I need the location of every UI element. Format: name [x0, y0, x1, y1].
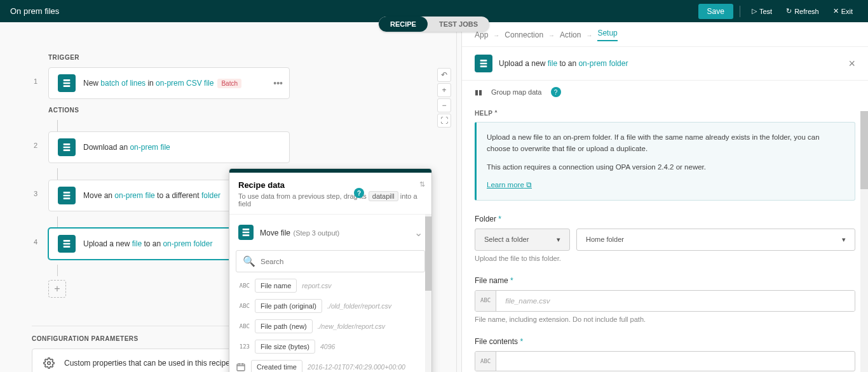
- help-icon[interactable]: ?: [354, 188, 364, 198]
- external-link-icon: ⧉: [526, 181, 532, 189]
- svg-rect-5: [64, 149, 71, 151]
- undo-button[interactable]: ↶: [437, 68, 451, 82]
- crumb-action[interactable]: Action: [560, 30, 581, 39]
- arrow-icon: →: [548, 32, 555, 39]
- onprem-icon: [475, 55, 492, 72]
- scrollbar-thumb[interactable]: [860, 111, 868, 189]
- type-badge: ABC: [475, 291, 496, 311]
- chevron-down-icon: ⌄: [414, 227, 423, 239]
- refresh-button[interactable]: ↻Refresh: [781, 4, 824, 18]
- datapill-file-name[interactable]: ABCFile namereport.csv: [236, 279, 425, 293]
- chevron-down-icon: ▾: [557, 236, 560, 244]
- svg-rect-8: [64, 197, 71, 199]
- arrow-icon: →: [493, 32, 499, 39]
- add-step-button[interactable]: +: [48, 280, 66, 298]
- test-button[interactable]: ▷Test: [747, 4, 777, 18]
- folder-hint: Upload the file to this folder.: [475, 255, 855, 262]
- svg-rect-4: [64, 147, 71, 149]
- learn-more-link[interactable]: Learn more ⧉: [487, 181, 532, 189]
- folder-select-value[interactable]: Home folder▾: [576, 229, 855, 251]
- svg-point-12: [48, 362, 51, 365]
- svg-rect-19: [480, 63, 487, 65]
- expand-icon[interactable]: ⇅: [419, 180, 425, 189]
- svg-rect-10: [64, 243, 71, 245]
- trigger-section-label: TRIGGER: [48, 54, 456, 61]
- svg-rect-2: [64, 85, 71, 87]
- datapill-step-header[interactable]: Move file (Step 3 output) ⌄: [236, 221, 425, 244]
- svg-rect-15: [243, 234, 250, 236]
- recipe-data-title: Recipe data ?: [238, 180, 423, 190]
- close-icon[interactable]: ×: [848, 57, 855, 70]
- chevron-down-icon: ▾: [842, 236, 846, 244]
- svg-rect-13: [243, 229, 250, 230]
- datapill-file-size-bytes-[interactable]: 123File size (bytes)4096: [236, 340, 425, 354]
- svg-rect-20: [480, 65, 487, 67]
- svg-rect-16: [237, 364, 245, 371]
- fit-button[interactable]: ⛶: [437, 114, 451, 128]
- svg-rect-18: [480, 60, 487, 62]
- gear-icon: [41, 355, 57, 371]
- onprem-icon: [58, 138, 76, 156]
- mode-toggle: RECIPE TEST JOBS: [379, 17, 489, 32]
- actions-section-label: ACTIONS: [48, 107, 456, 114]
- svg-rect-0: [64, 79, 71, 81]
- step-1[interactable]: 1 New batch of lines in on-prem CSV file…: [32, 67, 456, 99]
- setup-panel: App → Connection → Action → Setup Upload…: [461, 22, 868, 372]
- folder-label: Folder *: [475, 215, 855, 223]
- group-map-label[interactable]: Group map data: [491, 88, 542, 96]
- svg-rect-14: [243, 232, 250, 234]
- step-2[interactable]: 2 Download an on-prem file: [32, 131, 456, 163]
- onprem-icon: [58, 235, 76, 253]
- recipe-canvas: ↶ + − ⛶ TRIGGER 1 New batch of lines in …: [0, 22, 456, 372]
- zoom-out-button[interactable]: −: [437, 98, 451, 112]
- arrow-icon: →: [586, 32, 592, 39]
- svg-rect-11: [64, 246, 71, 248]
- exit-button[interactable]: ✕Exit: [828, 4, 858, 18]
- step-menu-icon[interactable]: •••: [273, 78, 283, 88]
- svg-rect-9: [64, 240, 71, 242]
- tab-recipe[interactable]: RECIPE: [379, 17, 428, 32]
- search-icon: 🔍: [243, 255, 255, 267]
- onprem-icon: [58, 74, 76, 92]
- svg-rect-1: [64, 83, 71, 84]
- onprem-icon: [238, 225, 254, 240]
- datapill-file-path-original-[interactable]: ABCFile path (original)./old_folder/repo…: [236, 299, 425, 313]
- crumb-setup[interactable]: Setup: [597, 29, 617, 41]
- filename-input[interactable]: [496, 291, 855, 311]
- panel-resize-handle[interactable]: [456, 22, 461, 372]
- group-map-icon: ▮▮: [475, 88, 482, 96]
- datapill-created-time[interactable]: Created time2016-12-01T07:40:29.000+00:0…: [236, 360, 425, 372]
- onprem-icon: [58, 187, 76, 204]
- svg-rect-7: [64, 195, 71, 197]
- help-icon[interactable]: ?: [551, 87, 561, 97]
- batch-badge: Batch: [217, 79, 241, 88]
- help-section-toggle[interactable]: HELP ˄: [475, 103, 855, 122]
- recipe-title: On prem files: [10, 6, 59, 16]
- zoom-in-button[interactable]: +: [437, 83, 451, 97]
- svg-rect-6: [64, 192, 71, 194]
- type-badge: ABC: [475, 352, 496, 371]
- crumb-app[interactable]: App: [475, 30, 488, 39]
- datapill-search[interactable]: 🔍: [236, 250, 425, 272]
- chevron-up-icon: ˄: [494, 110, 498, 117]
- filename-hint: File name, including extension. Do not i…: [475, 316, 855, 323]
- save-button[interactable]: Save: [698, 4, 733, 19]
- datapill-search-input[interactable]: [261, 258, 418, 265]
- panel-title: Upload a new file to an on-prem folder: [499, 59, 628, 68]
- datapill-file-path-new-[interactable]: ABCFile path (new)./new_folder/report.cs…: [236, 319, 425, 333]
- svg-rect-3: [64, 143, 71, 145]
- scrollbar-thumb[interactable]: [425, 216, 431, 291]
- recipe-data-desc: To use data from a previous step, drag i…: [238, 192, 423, 208]
- folder-select-mode[interactable]: Select a folder▾: [475, 229, 570, 251]
- tab-test-jobs[interactable]: TEST JOBS: [428, 17, 489, 32]
- recipe-data-popover: Recipe data ? ⇅ To use data from a previ…: [229, 168, 432, 372]
- help-box: Upload a new file to an on-prem folder. …: [475, 122, 855, 201]
- file-contents-label: File contents *: [475, 337, 855, 346]
- crumb-connection[interactable]: Connection: [505, 30, 543, 39]
- filename-label: File name *: [475, 276, 855, 285]
- breadcrumb: App → Connection → Action → Setup: [462, 22, 868, 46]
